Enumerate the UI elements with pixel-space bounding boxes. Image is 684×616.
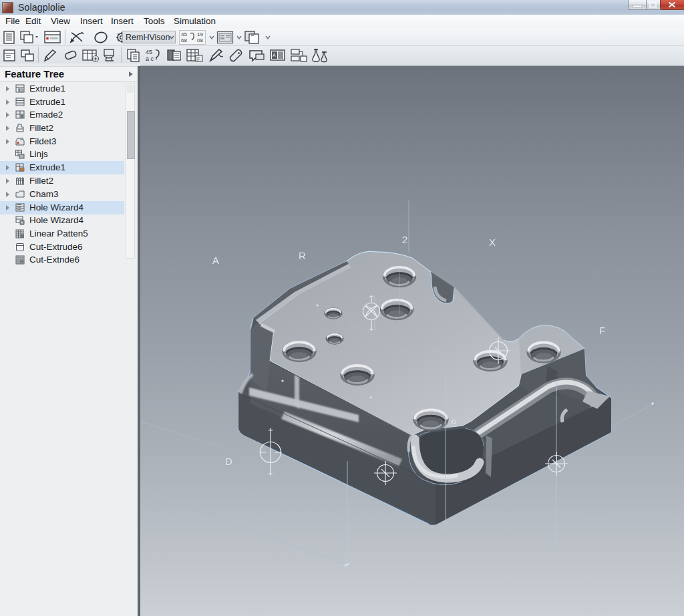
svg-text:o: o (452, 417, 456, 426)
svg-text:F: F (197, 56, 200, 62)
svg-text:45: 45 (146, 49, 152, 55)
svg-text:F: F (599, 325, 605, 336)
svg-text:2: 2 (402, 234, 407, 245)
svg-text:R: R (299, 250, 306, 261)
svg-text:D: D (225, 456, 232, 467)
svg-text:68: 68 (181, 37, 187, 43)
svg-text:A: A (273, 53, 276, 57)
svg-text:a c: a c (146, 55, 154, 62)
svg-text:X: X (489, 237, 496, 248)
svg-text:o: o (551, 379, 556, 389)
svg-text:A: A (212, 255, 219, 266)
svg-text:19: 19 (197, 31, 203, 37)
svg-text:08: 08 (197, 37, 203, 43)
svg-text:45: 45 (181, 31, 187, 37)
